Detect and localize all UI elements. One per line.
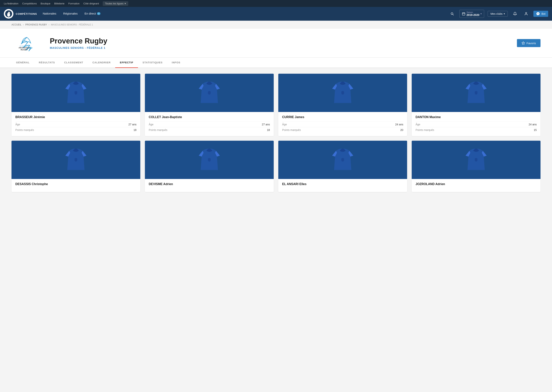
ffr-logo	[4, 9, 14, 19]
user-icon	[524, 12, 528, 16]
player-name-currie: CURRIE James	[282, 115, 403, 119]
player-image-collet	[145, 74, 274, 112]
en-direct-badge: 0	[97, 12, 101, 15]
ffr-logo-area[interactable]: COMPÉTITIONS	[4, 9, 37, 19]
breadcrumb: ACCUEIL › PROVENCE RUGBY › MASCULINES SE…	[0, 21, 552, 29]
player-image-danton	[412, 74, 540, 112]
club-category: MASCULINES SENIORS - FÉDÉRALE 1	[50, 46, 517, 49]
player-name-danton: DANTON Maxime	[415, 115, 537, 119]
competitions-label: COMPÉTITIONS	[16, 13, 37, 15]
top-nav-item-federation[interactable]: La fédération	[4, 2, 18, 5]
player-stat-points-collet: Points marqués 18	[149, 127, 270, 133]
top-nav-item-cote-dirigeant[interactable]: Côté dirigeant	[83, 2, 99, 5]
player-image-el-ansari	[278, 141, 407, 179]
svg-text:PROVENCE: PROVENCE	[19, 47, 30, 49]
player-card-currie[interactable]: CURRIE James Âge 24 ans Points marqués 2…	[278, 74, 407, 136]
players-grid-row2: DESASSIS Christophe DEVISME Adrien	[12, 141, 540, 192]
player-name-devisme: DEVISME Adrien	[149, 182, 270, 186]
player-card-danton[interactable]: DANTON Maxime Âge 24 ans Points marqués …	[412, 74, 540, 136]
player-info-jozroland: JOZROLAND Adrien	[412, 179, 540, 192]
player-shirt-brasseur	[64, 78, 88, 108]
search-button[interactable]	[448, 11, 456, 17]
player-card-jozroland[interactable]: JOZROLAND Adrien	[412, 141, 540, 192]
player-shirt-devisme	[197, 145, 222, 175]
svg-text:RUGBY: RUGBY	[21, 49, 28, 51]
user-account-button[interactable]	[522, 11, 530, 17]
players-grid-row1: BRASSEUR Jérémie Âge 27 ans Points marqu…	[12, 74, 540, 136]
toutes-ligues-dropdown[interactable]: Toutes les ligues ▾	[103, 1, 128, 6]
player-shirt-currie	[330, 78, 355, 108]
player-card-desassis[interactable]: DESASSIS Christophe	[12, 141, 140, 192]
chevron-down-icon: ▾	[504, 13, 505, 15]
bell-icon	[513, 12, 517, 16]
mes-clubs-button[interactable]: Mes clubs ▾	[488, 11, 508, 17]
main-navigation: Nationales Régionales En direct 0	[37, 7, 448, 21]
notifications-button[interactable]	[511, 11, 519, 17]
player-name-el-ansari: EL ANSARI Elles	[282, 182, 403, 186]
player-info-brasseur: BRASSEUR Jérémie Âge 27 ans Points marqu…	[12, 112, 140, 136]
favoris-button[interactable]: Favoris	[517, 39, 540, 47]
breadcrumb-separator: ›	[49, 23, 49, 26]
tabs: GÉNÉRAL RÉSULTATS CLASSEMENT CALENDRIER …	[12, 58, 540, 68]
player-shirt-el-ansari	[330, 145, 355, 175]
player-image-jozroland	[412, 141, 540, 179]
top-nav-item-competitions[interactable]: Compétitions	[22, 2, 37, 5]
player-stat-points-brasseur: Points marqués 18	[15, 127, 137, 133]
saison-selector[interactable]: Saison 2019-2020 ▾	[459, 10, 484, 18]
chevron-down-icon: ▾	[124, 2, 126, 5]
bot-button[interactable]: Bot	[533, 11, 548, 17]
svg-text:AIX MARSEILLE: AIX MARSEILLE	[20, 46, 30, 47]
player-stat-age-currie: Âge 24 ans	[282, 122, 403, 127]
player-info-desassis: DESASSIS Christophe	[12, 179, 140, 192]
player-shirt-desassis	[64, 145, 88, 175]
svg-rect-5	[462, 13, 465, 15]
top-nav-item-boutique[interactable]: Boutique	[41, 2, 51, 5]
tab-infos[interactable]: INFOS	[167, 58, 185, 68]
tab-calendrier[interactable]: CALENDRIER	[88, 58, 115, 68]
tab-general[interactable]: GÉNÉRAL	[12, 58, 34, 68]
breadcrumb-provence-rugby[interactable]: PROVENCE RUGBY	[25, 23, 47, 26]
nav-regionales[interactable]: Régionales	[63, 7, 78, 21]
top-navigation: La fédération Compétitions Boutique Bill…	[0, 0, 552, 7]
search-icon	[450, 12, 454, 16]
club-logo-area: AIX MARSEILLE PROVENCE RUGBY	[12, 35, 42, 52]
breadcrumb-current: MASCULINES SENIORS - FÉDÉRALE 1	[51, 23, 93, 26]
header-actions: Saison 2019-2020 ▾ Mes clubs ▾	[448, 10, 548, 18]
player-stat-age-collet: Âge 27 ans	[149, 122, 270, 127]
tab-resultats[interactable]: RÉSULTATS	[34, 58, 60, 68]
player-stat-age-brasseur: Âge 27 ans	[15, 122, 137, 127]
club-logo: AIX MARSEILLE PROVENCE RUGBY	[15, 35, 38, 52]
player-shirt-jozroland	[464, 145, 488, 175]
player-image-devisme	[145, 141, 274, 179]
player-image-brasseur	[12, 74, 140, 112]
player-stat-points-currie: Points marqués 20	[282, 127, 403, 133]
player-info-devisme: DEVISME Adrien	[145, 179, 274, 192]
tabs-area: GÉNÉRAL RÉSULTATS CLASSEMENT CALENDRIER …	[0, 58, 552, 68]
player-card-el-ansari[interactable]: EL ANSARI Elles	[278, 141, 407, 192]
tab-statistiques[interactable]: STATISTIQUES	[138, 58, 167, 68]
player-image-currie	[278, 74, 407, 112]
tab-classement[interactable]: CLASSEMENT	[60, 58, 88, 68]
club-header: AIX MARSEILLE PROVENCE RUGBY Provence Ru…	[0, 29, 552, 58]
player-info-el-ansari: EL ANSARI Elles	[278, 179, 407, 192]
breadcrumb-accueil[interactable]: ACCUEIL	[12, 23, 22, 26]
player-info-danton: DANTON Maxime Âge 24 ans Points marqués …	[412, 112, 540, 136]
player-shirt-danton	[464, 78, 488, 108]
svg-point-2	[8, 12, 10, 14]
player-card-devisme[interactable]: DEVISME Adrien	[145, 141, 274, 192]
tab-effectif[interactable]: EFFECTIF	[115, 58, 138, 68]
top-nav-item-formation[interactable]: Formation	[68, 2, 80, 5]
player-name-jozroland: JOZROLAND Adrien	[415, 182, 537, 186]
player-card-brasseur[interactable]: BRASSEUR Jérémie Âge 27 ans Points marqu…	[12, 74, 140, 136]
saison-text: Saison 2019-2020	[466, 11, 479, 16]
player-card-collet[interactable]: COLLET Jean-Baptiste Âge 27 ans Points m…	[145, 74, 274, 136]
player-name-collet: COLLET Jean-Baptiste	[149, 115, 270, 119]
player-name-desassis: DESASSIS Christophe	[15, 182, 137, 186]
player-image-desassis	[12, 141, 140, 179]
top-nav-item-billetterie[interactable]: Billetterie	[54, 2, 64, 5]
nav-en-direct[interactable]: En direct 0	[85, 7, 101, 21]
content-area: BRASSEUR Jérémie Âge 27 ans Points marqu…	[0, 68, 552, 202]
player-info-collet: COLLET Jean-Baptiste Âge 27 ans Points m…	[145, 112, 274, 136]
breadcrumb-separator: ›	[23, 23, 24, 26]
nav-nationales[interactable]: Nationales	[43, 7, 56, 21]
